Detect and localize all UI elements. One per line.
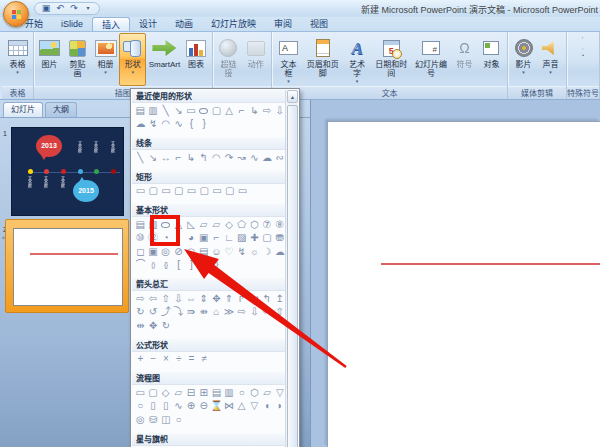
heart-shape[interactable]: ♡ <box>223 246 236 258</box>
hexagon-shape[interactable]: ⬡ <box>248 219 261 231</box>
no-symbol-shape[interactable]: ⊘ <box>172 246 185 258</box>
table-button[interactable]: 表格▾ <box>4 33 31 86</box>
menu-scrollbar[interactable]: ▲ <box>285 90 298 447</box>
document-shape[interactable]: ▤ <box>210 387 223 399</box>
curve-shape[interactable]: ∿ <box>172 118 185 130</box>
oval-shape[interactable] <box>197 105 210 117</box>
off-page-connector-shape[interactable]: ▯ <box>147 400 160 412</box>
object-button[interactable]: 对象 <box>478 33 505 86</box>
movie-button[interactable]: 影片▾ <box>510 33 537 86</box>
right-triangle-shape[interactable]: ◺ <box>185 219 198 231</box>
down-arrow-shape[interactable]: ⇩ <box>172 293 185 305</box>
double-arrow-shape[interactable]: ↔ <box>159 152 172 164</box>
extract-shape[interactable]: △ <box>235 400 248 412</box>
quad-arrow-callout-shape[interactable]: ✥ <box>147 320 160 332</box>
summing-junction-shape[interactable]: ⊕ <box>185 400 198 412</box>
save-button[interactable]: ▣ <box>40 3 52 14</box>
chart-button[interactable]: 图表 <box>183 33 210 86</box>
office-button[interactable] <box>3 1 29 27</box>
striped-right-arrow-shape[interactable]: ⇛ <box>185 306 198 318</box>
panel-tab-slides[interactable]: 幻灯片 <box>3 102 43 117</box>
text-box-shape[interactable]: ▥ <box>147 105 160 117</box>
multiply-shape[interactable]: × <box>160 353 173 365</box>
frame-shape[interactable]: ▣ <box>197 232 210 244</box>
plus-shape[interactable]: + <box>134 353 147 365</box>
moon-shape[interactable]: ☽ <box>261 246 274 258</box>
rounded-rectangle-shape[interactable]: ▢ <box>210 105 223 117</box>
curved-up-arrow-shape[interactable]: ⤴ <box>159 306 172 318</box>
right-arrow-callout-shape[interactable]: ⇨ <box>235 306 248 318</box>
u-turn-arrow-shape[interactable]: ↩ <box>248 293 261 305</box>
division-shape[interactable]: ÷ <box>172 353 185 365</box>
right-brace-shape[interactable]: } <box>211 259 224 271</box>
process-shape[interactable]: ▭ <box>134 387 147 399</box>
curved-connector-shape[interactable]: ◠ <box>210 152 223 164</box>
left-brace-shape[interactable]: { <box>185 118 198 130</box>
cross-shape[interactable]: ✚ <box>248 232 261 244</box>
line-shape[interactable]: ╲ <box>134 152 147 164</box>
cloud-shape[interactable]: ☁ <box>134 118 147 130</box>
undo-button[interactable]: ↶ <box>54 3 66 14</box>
curve-shape[interactable]: ∿ <box>248 152 261 164</box>
diamond-shape[interactable]: ◇ <box>223 219 236 231</box>
sequential-access-storage-shape[interactable]: ◎ <box>134 414 147 426</box>
heptagon-shape[interactable]: ⑦ <box>261 219 274 231</box>
tab-islide[interactable]: iSlide <box>52 17 92 31</box>
double-bracket-shape[interactable]: () <box>147 259 160 271</box>
slide-canvas[interactable] <box>327 121 600 447</box>
punched-tape-shape[interactable]: ∿ <box>172 400 185 412</box>
tab-slideshow[interactable]: 幻灯片放映 <box>202 17 265 31</box>
tab-review[interactable]: 审阅 <box>265 17 301 31</box>
left-right-arrow-callout-shape[interactable]: ⇹ <box>134 320 147 332</box>
up-arrow-shape[interactable]: ⇧ <box>159 293 172 305</box>
round-diagonal-corner-rectangle-shape[interactable]: ▭ <box>236 185 249 197</box>
minus-shape[interactable]: − <box>147 353 160 365</box>
symbol-item-icon[interactable]: • <box>582 52 584 58</box>
redo-button[interactable]: ↷ <box>68 3 80 14</box>
left-arrow-callout-shape[interactable]: ⇦ <box>261 306 274 318</box>
not-equal-shape[interactable]: ≠ <box>198 353 211 365</box>
left-brace-shape[interactable]: { <box>198 259 211 271</box>
elbow-connector-shape[interactable]: ⌐ <box>235 105 248 117</box>
round-same-side-corner-rectangle-shape[interactable]: ▢ <box>223 185 236 197</box>
rectangle-shape[interactable]: ▭ <box>134 185 147 197</box>
picture-button[interactable]: 图片 <box>36 33 63 86</box>
collate-shape[interactable]: ⌛ <box>210 400 223 412</box>
left-arrow-shape[interactable]: ⇦ <box>147 293 160 305</box>
sun-shape[interactable]: ☼ <box>248 246 261 258</box>
wordart-button[interactable]: 艺术字▾ <box>343 33 372 86</box>
elbow-double-arrow-connector-shape[interactable]: ↰ <box>197 152 210 164</box>
down-arrow-callout-shape[interactable]: ⇩ <box>248 306 261 318</box>
notched-right-arrow-shape[interactable]: ⇻ <box>197 306 210 318</box>
tab-view[interactable]: 视图 <box>301 17 337 31</box>
connector-shape[interactable]: ○ <box>134 400 147 412</box>
diagonal-stripe-shape[interactable]: ▨ <box>235 232 248 244</box>
slide-thumbnail-2-selected[interactable] <box>5 219 129 313</box>
elbow-arrow-connector-shape[interactable]: ↳ <box>185 152 198 164</box>
right-arrow-shape[interactable]: ⇨ <box>261 105 274 117</box>
left-right-arrow-shape[interactable]: ⇔ <box>185 293 198 305</box>
half-frame-shape[interactable]: ⌐ <box>210 232 223 244</box>
isosceles-triangle-shape[interactable]: △ <box>223 105 236 117</box>
scroll-up-icon[interactable]: ▲ <box>287 90 298 103</box>
freeform-shape[interactable]: ☁ <box>261 152 274 164</box>
pentagon-shape[interactable]: ⌂ <box>210 306 223 318</box>
snip-and-round-single-corner-rectangle-shape[interactable]: ▢ <box>198 185 211 197</box>
snip-same-side-corner-rectangle-shape[interactable]: ▢ <box>172 185 185 197</box>
elbow-arrow-connector-shape[interactable]: ↳ <box>248 105 261 117</box>
smiley-face-shape[interactable]: ☺ <box>210 246 223 258</box>
teardrop-shape[interactable]: ◕ <box>185 232 198 244</box>
equal-shape[interactable]: = <box>185 353 198 365</box>
left-bracket-shape[interactable]: [ <box>172 259 185 271</box>
arc-shape[interactable]: ⌒ <box>134 259 147 271</box>
snip-single-corner-rectangle-shape[interactable]: ▭ <box>160 185 173 197</box>
corner-shape[interactable]: ∟ <box>223 232 236 244</box>
left-up-arrow-shape[interactable]: ↰ <box>261 293 274 305</box>
bent-arrow-shape[interactable]: ↱ <box>235 293 248 305</box>
snip-diagonal-corner-rectangle-shape[interactable]: ▭ <box>185 185 198 197</box>
slide-number-button[interactable]: 幻灯片编号 <box>411 33 451 86</box>
internal-storage-shape[interactable]: ⊞ <box>197 387 210 399</box>
tab-design[interactable]: 设计 <box>130 17 166 31</box>
scrollbar-thumb[interactable] <box>287 105 298 447</box>
round-single-corner-rectangle-shape[interactable]: ▭ <box>211 185 224 197</box>
